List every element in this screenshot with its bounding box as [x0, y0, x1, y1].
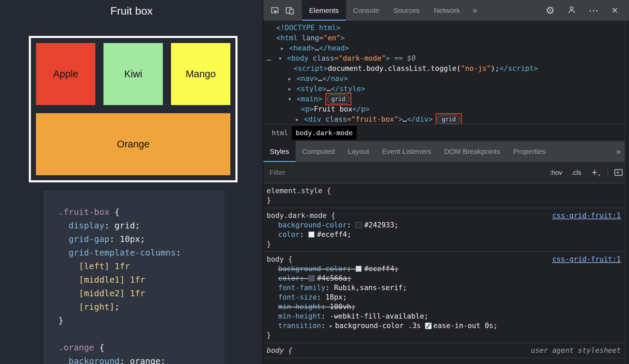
rule-header: body.dark-mode {css-grid-fruit:1 — [263, 211, 621, 220]
settings-gear-icon[interactable]: ⚙ — [546, 5, 555, 16]
fruit-box: AppleKiwiMangoOrange — [29, 36, 237, 182]
profile-icon[interactable] — [567, 5, 576, 16]
sidebar-toggle-icon[interactable] — [614, 168, 623, 177]
styles-filter-input[interactable] — [269, 168, 541, 177]
code-line: [right]; — [58, 300, 221, 314]
property-name: transition — [278, 322, 321, 330]
elements-tree: <!DOCTYPE html><html lang="en">▶<head>…<… — [263, 21, 629, 124]
tree-row[interactable]: …▼<body class="dark-mode"> == $0 — [263, 53, 629, 63]
expand-arrow-icon[interactable]: ▶ — [281, 46, 289, 51]
new-style-rule-button[interactable]: + — [591, 167, 597, 178]
property-value: 100vh; — [330, 303, 356, 311]
rule-selector[interactable]: body { — [267, 346, 292, 355]
tree-row[interactable]: ▶<div class="fruit-box">…</div>grid — [263, 114, 629, 124]
color-swatch[interactable] — [308, 275, 314, 281]
property-value: background-color .3s — [335, 322, 425, 330]
style-rule: body.dark-mode {css-grid-fruit:1backgrou… — [263, 208, 629, 252]
rule-selector[interactable]: body.dark-mode { — [267, 211, 335, 220]
style-rule: body {user agent stylesheet — [263, 343, 629, 358]
element-classes-toggle[interactable]: .cls — [571, 169, 581, 177]
color-swatch[interactable] — [356, 266, 362, 272]
color-swatch[interactable] — [308, 231, 314, 238]
stylesheet-link[interactable]: css-grid-fruit:1 — [552, 255, 621, 263]
toolbar-divider — [608, 168, 608, 177]
css-property[interactable]: color: #eceff4; — [263, 230, 621, 239]
tree-row[interactable]: <!DOCTYPE html> — [263, 23, 629, 33]
tree-row[interactable]: ▶<head>…</head> — [263, 43, 629, 53]
tab-elements[interactable]: Elements — [302, 0, 346, 21]
more-tabs-button[interactable]: » — [467, 0, 483, 21]
code-line: .fruit-box { — [58, 205, 221, 219]
tree-row[interactable]: ▶<style>…</style> — [263, 84, 629, 94]
tab-styles[interactable]: Styles — [263, 141, 296, 162]
style-rule: element.style {} — [263, 183, 629, 208]
rule-close-brace: } — [263, 330, 621, 340]
css-property[interactable]: min-height: 100vh; — [263, 302, 621, 311]
fruit-mango: Mango — [171, 43, 230, 105]
rule-selector[interactable]: element.style { — [267, 187, 331, 195]
close-devtools-icon[interactable]: ✕ — [611, 6, 618, 15]
color-swatch[interactable] — [356, 222, 362, 228]
toolbar-right-actions: ⚙ ⋯ ✕ — [546, 0, 629, 21]
code-line: grid-template-columns: — [58, 246, 221, 260]
tree-row[interactable]: ▶<nav>…</nav> — [263, 74, 629, 84]
style-rule: body {css-grid-fruit:1background-color: … — [263, 252, 629, 343]
property-name: color — [278, 274, 300, 282]
css-property[interactable]: font-family: Rubik,sans-serif; — [263, 283, 621, 292]
collapse-arrow-icon[interactable]: ▼ — [288, 97, 297, 102]
rule-close-brace: } — [263, 239, 621, 249]
css-property[interactable]: background-color: #242933; — [263, 220, 621, 230]
styles-pane: element.style {}body.dark-mode {css-grid… — [263, 183, 629, 364]
tab-sources[interactable]: Sources — [386, 0, 427, 21]
collapse-arrow-icon[interactable]: ▼ — [279, 56, 287, 61]
rule-header: element.style { — [263, 186, 621, 196]
expand-arrow-icon[interactable]: ▶ — [296, 117, 304, 122]
expand-arrow-icon[interactable]: ▶ — [288, 86, 297, 92]
expand-arrow-icon[interactable]: ▶ — [330, 323, 332, 328]
tab-event-listeners[interactable]: Event Listeners — [376, 141, 438, 162]
tab-network[interactable]: Network — [427, 0, 467, 21]
grid-badge[interactable]: grid — [327, 95, 349, 104]
stylesheet-origin-label: user agent stylesheet — [531, 346, 621, 355]
code-line: display: grid; — [58, 219, 221, 232]
device-toolbar-icon — [285, 6, 294, 16]
person-icon — [567, 5, 576, 15]
dock-left-icon — [614, 168, 623, 177]
devtools-panel: ElementsConsoleSourcesNetwork » ⚙ ⋯ ✕ <!… — [263, 0, 629, 364]
expand-arrow-icon[interactable]: ▶ — [288, 76, 297, 81]
css-property[interactable]: color: #4c566a; — [263, 274, 621, 283]
collapsed-ancestors-ellipsis[interactable]: … — [267, 54, 271, 62]
more-options-icon[interactable]: ⋯ — [589, 5, 599, 16]
css-property[interactable]: min-height: -webkit-fill-available; — [263, 311, 621, 321]
tab-layout[interactable]: Layout — [341, 141, 376, 162]
property-value: ease-in-out 0s; — [433, 322, 498, 330]
css-property[interactable]: font-size: 18px; — [263, 292, 621, 302]
pseudo-state-toggle[interactable]: :hov — [550, 169, 563, 177]
code-line: [left] 1fr — [58, 260, 221, 273]
css-property[interactable]: transition: ▶background-color .3s ease-i… — [263, 321, 621, 330]
breadcrumb-item[interactable]: html — [268, 126, 292, 140]
tree-row[interactable]: <p>Fruit box</p> — [263, 104, 629, 114]
tab-computed[interactable]: Computed — [296, 141, 341, 162]
device-toolbar-button[interactable] — [282, 1, 297, 21]
css-property[interactable]: background-color: #eceff4; — [263, 264, 621, 274]
new-rule-dropdown-icon[interactable]: ▾ — [598, 173, 600, 178]
code-line: } — [58, 314, 221, 327]
styles-tabbar: StylesComputedLayoutEvent ListenersDOM B… — [263, 141, 629, 162]
scrollbar[interactable] — [625, 21, 629, 364]
tree-row[interactable]: <script>document.body.classList.toggle("… — [263, 63, 629, 74]
devtools-tabs: ElementsConsoleSourcesNetwork — [302, 0, 467, 21]
tree-row[interactable]: <html lang="en"> — [263, 33, 629, 43]
property-name: min-height — [278, 312, 321, 320]
stylesheet-link[interactable]: css-grid-fruit:1 — [552, 211, 621, 220]
property-value: Rubik,sans-serif; — [334, 284, 407, 292]
rule-selector[interactable]: body { — [267, 255, 292, 263]
tab-properties[interactable]: Properties — [507, 141, 552, 162]
inspect-element-button[interactable] — [267, 1, 282, 21]
grid-badge[interactable]: grid — [438, 115, 460, 124]
tab-console[interactable]: Console — [346, 0, 386, 21]
tab-dom-breakpoints[interactable]: DOM Breakpoints — [438, 141, 507, 162]
breadcrumb-item[interactable]: body.dark-mode — [292, 126, 357, 140]
tree-row[interactable]: ▼<main>grid — [263, 94, 629, 104]
bezier-curve-icon[interactable] — [425, 323, 432, 329]
